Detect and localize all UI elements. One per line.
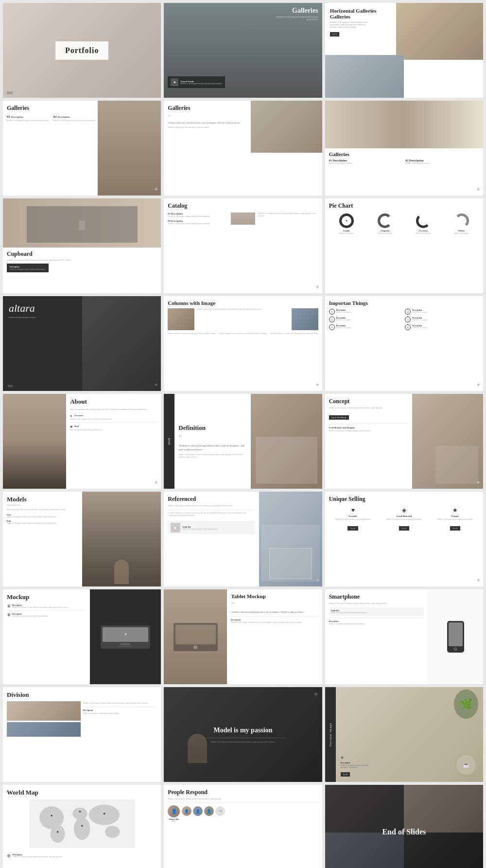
slide-referenced: Referenced Suitable for all categories b… [164,492,322,586]
slide-desc: Sed ut perspiciatis unde omnis iste natu… [70,408,157,411]
slide-model-passion: ✚ Model is my passion Suitable for all c… [164,687,322,782]
cross-icon: ✚ [155,383,158,387]
slide-desc: Suitable for all categories business and… [270,16,318,20]
slide-columns-image: Columns with Image Suitable for all cate… [164,296,322,391]
cross-icon: ✚ [316,383,319,387]
cross-icon: ✚ [477,383,480,387]
slide-title: Galleries [7,105,97,112]
slides-grid: Portfolio Galleries Suitable for all cat… [0,0,486,868]
slide-galleries-quote: Galleries " "Fashion is what you're offe… [164,101,322,195]
slide-galleries-hero: Galleries Suitable for all categories bu… [164,3,322,98]
cross-icon: ✚ [316,578,319,583]
slide-title: altara [9,302,155,315]
svg-point-2 [51,825,65,843]
slide-galleries-3col: Galleries 01 Description Suitable for al… [325,101,483,195]
slide-title: Tablet Mockup [231,593,318,599]
slide-quote: "Fashion is what you're offered four tim… [178,444,247,451]
slide-title: Pie Chart [329,202,479,210]
item-desc: Suitable for all categories business and… [53,120,97,122]
slide-desc: Suitable for all categories business and… [330,21,369,28]
slide-cupboard: ||| Cupboard Suitable for all categories… [3,198,161,293]
slide-title: Unique Selling [329,496,479,503]
slide-horizontal-galleries: Horizontal Galleries Galleries Suitable … [325,3,483,98]
sub-desc: Suitable for all categories business and… [180,83,222,85]
slide-title: Mockup [7,593,86,601]
slide-title: Catalog [168,202,318,210]
slide-definition: 2018 Definition " "Fashion is what you'r… [164,394,322,489]
slide-tablet-mockup: Tablet Mockup " "Fashion is what you're … [164,589,322,684]
got-it-btn[interactable]: Got It [399,526,409,531]
slide-desc: Suitable for all categories business and… [329,407,408,409]
slide-galleries-2col: Galleries 01 Description Suitable for al… [3,101,161,195]
slide-title: Referenced [168,496,255,503]
slide-title: Concept [329,398,408,405]
slide-quote: "Fashion is what you're offered four tim… [231,611,318,614]
item-desc: Suitable for all categories business and… [7,120,51,122]
slide-end-of-slides: End of Slides [325,785,483,868]
slide-pie-chart: Pie Chart ♥ Lovable Suitable for all cat… [325,198,483,293]
slide-concept: Concept Suitable for all categories busi… [325,394,483,489]
slide-people-respond: People Respond Suitable for all categori… [164,785,322,868]
slide-title: End of Slides [382,827,426,837]
slide-title: Models [7,496,78,503]
slide-about: About Sed ut perspiciatis unde omnis ist… [3,394,161,489]
cross-icon: ✚ [155,480,158,485]
slide-subtitle: About model here [7,504,78,506]
slide-btn[interactable]: Get It [330,32,339,36]
slide-title: Division [7,691,157,699]
svg-point-10 [57,831,58,833]
slide-desc: Suitable for all categories business and… [210,741,276,743]
slide-mockup: Mockup 🖥 Description Suitable for all ca… [3,589,161,684]
slide-desc: Suitable for all categories business and… [168,126,252,128]
slide-desc: Suitable for all categories business and… [329,602,424,605]
got-it-btn[interactable]: Got It [347,526,358,531]
slide-unique-selling: Unique Selling ♥ Lovable Suitable for al… [325,492,483,586]
slide-title: Galleries [329,151,479,157]
slide-world-map: World Map [3,785,161,868]
slide-desc: Suitable for all categories business and… [168,798,318,800]
slide-title: Columns with Image [168,300,318,306]
cross-icon: ✚ [316,285,319,289]
slide-quote: "Fashion is what you're offered four tim… [168,122,252,124]
slide-importan-things: Importan Things 1 DescriptionSuitable fo… [325,296,483,391]
got-it-btn[interactable]: Got It [450,526,460,531]
cross-icon: ✚ [477,187,480,192]
slide-altara: altara Fashion and photography template … [3,296,161,391]
cross-icon: ✚ [477,480,480,485]
svg-point-9 [104,813,105,815]
slide-title: World Map [7,789,157,797]
slide-smartphone: Smartphone Suitable for all categories b… [325,589,483,684]
slide-title: People Respond [168,789,318,796]
slide-title: Cupboard [7,250,157,258]
slide-title: Definition [178,424,247,432]
svg-point-4 [74,817,90,840]
slide-models: Models About model here Sed ut perspicia… [3,492,161,586]
slide-btn[interactable]: Check Our Website [329,415,349,420]
svg-point-5 [89,805,120,825]
svg-point-7 [51,815,52,816]
svg-point-8 [79,811,81,812]
slide-title: Portfolio [65,46,99,55]
got-it-btn[interactable]: Got It [341,772,350,777]
slide-desc: Suitable for all categories business and… [178,454,247,459]
slide-title: Galleries [168,105,252,112]
slide-desc: Suitable for all categories business and… [83,702,157,705]
slide-title: Model is my passion [214,726,273,735]
slide-division: Division Suitable for all categories bus… [3,687,161,782]
svg-point-6 [105,826,120,838]
slide-title: Importan Things [329,300,479,306]
vertikal-label: Vertikal Image [329,723,332,746]
slide-desc: Suitable for all categories business and… [7,259,157,261]
slide-title: Smartphone [329,593,424,601]
slide-portfolio: Portfolio [3,3,161,98]
svg-point-11 [81,825,83,827]
slide-title: Horizontal Galleries [330,8,377,14]
cross-icon: ✚ [155,187,158,192]
slide-catalog: Catalog 01 Description Suitable for all … [164,198,322,293]
slide-desc: Suitable for all categories business and… [168,505,255,507]
slide-title: About [70,398,157,406]
year-label: 2018 [167,438,171,445]
slide-title: Galleries [270,7,318,15]
cross-icon: ✚ [477,578,480,583]
slide-subtitle: Fashion and photography template [9,316,155,319]
